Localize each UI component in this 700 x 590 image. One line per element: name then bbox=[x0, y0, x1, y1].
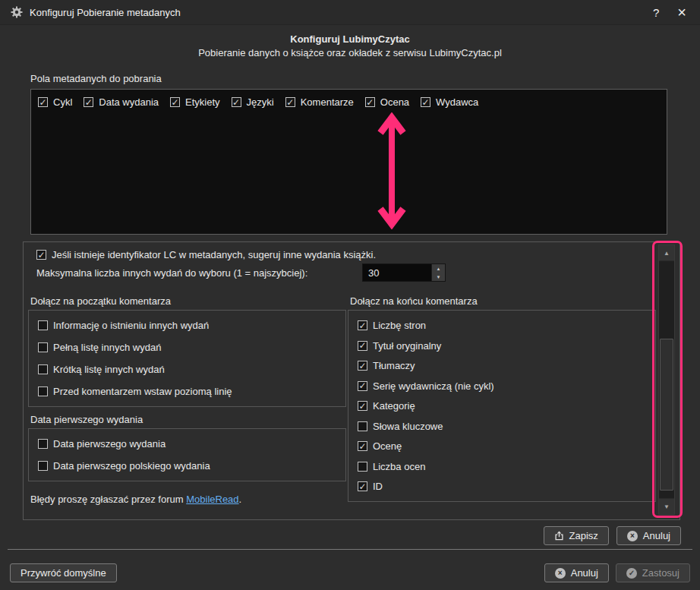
checkbox-item[interactable]: ✓Data wydania bbox=[84, 95, 159, 109]
group-first-date-title: Data pierwszego wydania bbox=[30, 414, 346, 425]
group-begin-box: Informację o istnieniu innych wydańPełną… bbox=[28, 310, 346, 407]
checkbox-unchecked-icon[interactable] bbox=[358, 421, 367, 431]
checkbox-unchecked-icon[interactable] bbox=[38, 320, 48, 330]
checkbox-item[interactable]: ✓Cykl bbox=[38, 95, 72, 109]
checkbox-checked-icon[interactable]: ✓ bbox=[358, 441, 367, 451]
checkbox-label: Serię wydawniczą (nie cykl) bbox=[373, 380, 494, 392]
checkbox-label: Przed komentarzem wstaw poziomą linię bbox=[53, 386, 232, 397]
right-options-column: Dołącz na końcu komentarza ✓Liczbę stron… bbox=[348, 295, 656, 502]
checkbox-label: Wydawca bbox=[436, 96, 478, 108]
cancel-button-top[interactable]: × Anuluj bbox=[616, 526, 681, 545]
checkbox-item[interactable]: ✓Wydawca bbox=[421, 95, 478, 109]
mobileread-link[interactable]: MobileRead bbox=[186, 494, 238, 505]
export-icon bbox=[554, 531, 564, 541]
fields-list-label: Pola metadanych do pobrania bbox=[30, 73, 162, 84]
checkbox-checked-icon[interactable]: ✓ bbox=[84, 97, 93, 107]
checkbox-item[interactable]: Data pierwszego polskiego wydania bbox=[38, 459, 338, 473]
checkbox-item[interactable]: Liczba ocen bbox=[358, 459, 648, 474]
checkbox-item[interactable]: ✓Tłumaczy bbox=[358, 358, 648, 373]
checkbox-checked-icon[interactable]: ✓ bbox=[358, 361, 367, 371]
cancel-bottom-label: Anuluj bbox=[571, 567, 598, 579]
bottom-separator bbox=[8, 549, 692, 550]
checkbox-label: Data pierwszego wydania bbox=[53, 438, 166, 450]
group-first-date-list: Data pierwszego wydaniaData pierwszego p… bbox=[29, 429, 345, 481]
checkbox-checked-icon[interactable]: ✓ bbox=[38, 97, 48, 107]
checkbox-checked-icon[interactable]: ✓ bbox=[358, 320, 367, 330]
page-subtitle: Pobieranie danych o książce oraz okładek… bbox=[0, 47, 700, 58]
checkbox-checked-icon[interactable]: ✓ bbox=[285, 97, 295, 107]
checkbox-label: Tytuł oryginalny bbox=[373, 340, 441, 352]
checkbox-label: Data pierwszego polskiego wydania bbox=[53, 460, 210, 472]
checkbox-item[interactable]: ✓Tytuł oryginalny bbox=[358, 339, 648, 353]
metadata-fields-list[interactable]: ✓Cykl✓Data wydania✓Etykiety✓Języki✓Komen… bbox=[30, 89, 667, 235]
checkbox-item[interactable]: Pełną listę innych wydań bbox=[38, 340, 338, 355]
spin-down-icon[interactable]: ▼ bbox=[432, 273, 445, 281]
checkbox-item[interactable]: Przed komentarzem wstaw poziomą linię bbox=[38, 384, 338, 399]
left-options-column: Dołącz na początku komentarza Informację… bbox=[28, 295, 346, 505]
checkbox-item[interactable]: ✓ID bbox=[358, 479, 648, 494]
restore-defaults-button[interactable]: Przywróć domyślne bbox=[10, 563, 117, 582]
checkbox-unchecked-icon[interactable] bbox=[38, 461, 48, 471]
checkbox-label: Słowa kluczowe bbox=[373, 421, 443, 432]
checkbox-item[interactable]: ✓Etykiety bbox=[170, 95, 220, 109]
scrollbar-up-icon[interactable]: ▲ bbox=[659, 245, 674, 261]
max-editions-value[interactable]: 30 bbox=[363, 264, 431, 281]
checkbox-label: Jeśli istnieje identyfikator LC w metada… bbox=[52, 249, 376, 260]
spinner-buttons[interactable]: ▲ ▼ bbox=[431, 264, 445, 281]
group-begin-title: Dołącz na początku komentarza bbox=[30, 295, 346, 307]
max-editions-spinbox[interactable]: 30 ▲ ▼ bbox=[362, 263, 446, 282]
spin-up-icon[interactable]: ▲ bbox=[432, 264, 445, 273]
checkbox-checked-icon[interactable]: ✓ bbox=[358, 401, 367, 411]
checkbox-unchecked-icon[interactable] bbox=[38, 386, 48, 396]
save-button-label: Zapisz bbox=[569, 530, 598, 541]
checkbox-label: Kategorię bbox=[373, 400, 415, 412]
checkbox-label: Liczbę stron bbox=[373, 320, 426, 331]
checkbox-label: Data wydania bbox=[99, 96, 159, 108]
title-bar: Konfiguruj Pobieranie metadanych ? × bbox=[0, 0, 700, 25]
cancel-circle-icon: × bbox=[555, 568, 566, 579]
checkbox-unchecked-icon[interactable] bbox=[358, 462, 367, 472]
help-button[interactable]: ? bbox=[644, 6, 668, 19]
close-icon[interactable]: × bbox=[668, 4, 689, 21]
checkbox-checked-icon[interactable]: ✓ bbox=[232, 97, 241, 107]
scrollbar-thumb[interactable] bbox=[660, 339, 673, 491]
bug-report-text: Błędy proszę zgłaszać przez forum Mobile… bbox=[30, 494, 346, 505]
checkbox-item[interactable]: Słowa kluczowe bbox=[358, 419, 648, 434]
restore-defaults-label: Przywróć domyślne bbox=[20, 567, 106, 579]
checkbox-checked-icon[interactable]: ✓ bbox=[36, 250, 46, 260]
checkbox-item[interactable]: ✓Kategorię bbox=[358, 399, 648, 413]
checkbox-item[interactable]: ✓Serię wydawniczą (nie cykl) bbox=[358, 379, 648, 393]
checkbox-item[interactable]: Informację o istnieniu innych wydań bbox=[38, 318, 338, 333]
plugin-button-row: Zapisz × Anuluj bbox=[544, 526, 681, 545]
checkbox-label: Komentarze bbox=[301, 96, 354, 108]
suggest-other-editions-checkbox[interactable]: ✓ Jeśli istnieje identyfikator LC w meta… bbox=[36, 248, 376, 262]
checkbox-unchecked-icon[interactable] bbox=[38, 364, 48, 374]
scrollbar-down-icon[interactable]: ▼ bbox=[659, 498, 674, 514]
save-button[interactable]: Zapisz bbox=[544, 526, 609, 545]
checkbox-item[interactable]: ✓Ocenę bbox=[358, 439, 648, 453]
checkbox-item[interactable]: ✓Ocena bbox=[365, 95, 409, 109]
checkbox-unchecked-icon[interactable] bbox=[38, 439, 48, 449]
report-text-before: Błędy proszę zgłaszać przez forum bbox=[30, 494, 186, 505]
vertical-scrollbar[interactable]: ▲ ▼ bbox=[658, 245, 675, 515]
checkbox-checked-icon[interactable]: ✓ bbox=[365, 97, 375, 107]
checkbox-item[interactable]: ✓Liczbę stron bbox=[358, 318, 648, 333]
checkbox-checked-icon[interactable]: ✓ bbox=[358, 381, 367, 391]
checkbox-label: Ocenę bbox=[373, 440, 402, 452]
options-scroll-area: ✓ Jeśli istnieje identyfikator LC w meta… bbox=[23, 241, 680, 520]
cancel-button-bottom[interactable]: × Anuluj bbox=[544, 563, 609, 582]
checkbox-checked-icon[interactable]: ✓ bbox=[358, 341, 367, 351]
checkbox-item[interactable]: Data pierwszego wydania bbox=[38, 437, 338, 451]
checkbox-checked-icon[interactable]: ✓ bbox=[421, 97, 430, 107]
checkbox-unchecked-icon[interactable] bbox=[38, 342, 48, 352]
gear-icon bbox=[11, 6, 23, 18]
apply-button[interactable]: ✓ Zastosuj bbox=[616, 563, 690, 582]
checkbox-checked-icon[interactable]: ✓ bbox=[170, 97, 180, 107]
checkbox-item[interactable]: Krótką listę innych wydań bbox=[38, 362, 338, 377]
metadata-fields-row: ✓Cykl✓Data wydania✓Etykiety✓Języki✓Komen… bbox=[31, 90, 667, 115]
checkbox-checked-icon[interactable]: ✓ bbox=[358, 481, 367, 491]
checkbox-label: Tłumaczy bbox=[373, 360, 415, 371]
checkbox-item[interactable]: ✓Komentarze bbox=[285, 95, 354, 109]
checkbox-item[interactable]: ✓Języki bbox=[232, 95, 274, 109]
checkbox-label: Krótką listę innych wydań bbox=[53, 364, 165, 375]
